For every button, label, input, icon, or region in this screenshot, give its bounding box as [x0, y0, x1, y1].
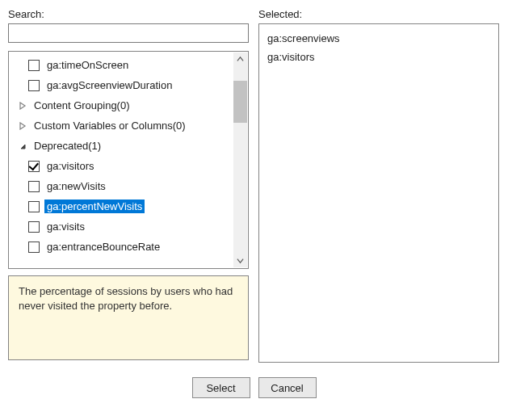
scroll-track[interactable] [233, 66, 247, 254]
scroll-down-icon[interactable] [233, 254, 247, 267]
tree-item-label[interactable]: ga:timeOnScreen [44, 58, 131, 72]
scroll-thumb[interactable] [233, 81, 247, 123]
scroll-up-icon[interactable] [233, 52, 247, 66]
metric-checkbox[interactable] [28, 181, 40, 192]
tree-item-label[interactable]: ga:visits [44, 220, 87, 233]
selected-item[interactable]: ga:screenviews [266, 29, 492, 48]
selected-label: Selected: [258, 8, 499, 20]
metric-checkbox[interactable] [28, 201, 40, 212]
metric-checkbox[interactable] [28, 60, 40, 71]
search-input[interactable] [8, 23, 249, 43]
chevron-right-icon[interactable] [17, 100, 28, 111]
metric-checkbox[interactable] [28, 242, 40, 253]
metric-checkbox[interactable] [28, 221, 40, 233]
metric-checkbox[interactable] [28, 80, 40, 91]
selected-list: ga:screenviewsga:visitors [258, 23, 499, 363]
metric-checkbox[interactable] [28, 161, 40, 172]
tree-group[interactable]: Content Grouping(0) [10, 95, 246, 116]
description-panel: The percentage of sessions by users who … [8, 275, 249, 360]
tree-item[interactable]: ga:entranceBounceRate [10, 237, 246, 257]
tree-item[interactable]: ga:visitors [10, 156, 246, 176]
tree-item-label[interactable]: ga:percentNewVisits [44, 200, 145, 213]
tree-group[interactable]: Deprecated(1) [10, 136, 246, 156]
selected-item[interactable]: ga:visitors [266, 48, 492, 66]
tree-item[interactable]: ga:newVisits [10, 176, 246, 196]
cancel-button[interactable]: Cancel [258, 377, 317, 398]
tree-scrollbar[interactable] [233, 52, 247, 267]
tree-item-label[interactable]: ga:newVisits [44, 179, 108, 193]
tree-item-label[interactable]: ga:avgScreenviewDuration [44, 78, 174, 92]
tree-item-label[interactable]: ga:entranceBounceRate [44, 240, 162, 254]
tree-item-label[interactable]: ga:visitors [44, 159, 97, 173]
tree-item[interactable]: ga:visits [10, 216, 246, 237]
chevron-down-icon[interactable] [17, 141, 28, 152]
tree-group-label[interactable]: Content Grouping(0) [31, 99, 132, 112]
chevron-right-icon[interactable] [17, 120, 28, 132]
tree-group[interactable]: Custom Variables or Columns(0) [10, 116, 246, 136]
select-button[interactable]: Select [192, 377, 250, 398]
tree-group-label[interactable]: Custom Variables or Columns(0) [31, 119, 188, 132]
tree-item[interactable]: ga:timeOnScreen [10, 55, 246, 75]
tree-item[interactable]: ga:percentNewVisits [10, 196, 246, 216]
metrics-tree: ga:timeOnScreenga:avgScreenviewDurationC… [8, 51, 249, 269]
tree-group-label[interactable]: Deprecated(1) [31, 139, 103, 153]
tree-item[interactable]: ga:avgScreenviewDuration [10, 75, 246, 95]
search-label: Search: [8, 8, 249, 20]
